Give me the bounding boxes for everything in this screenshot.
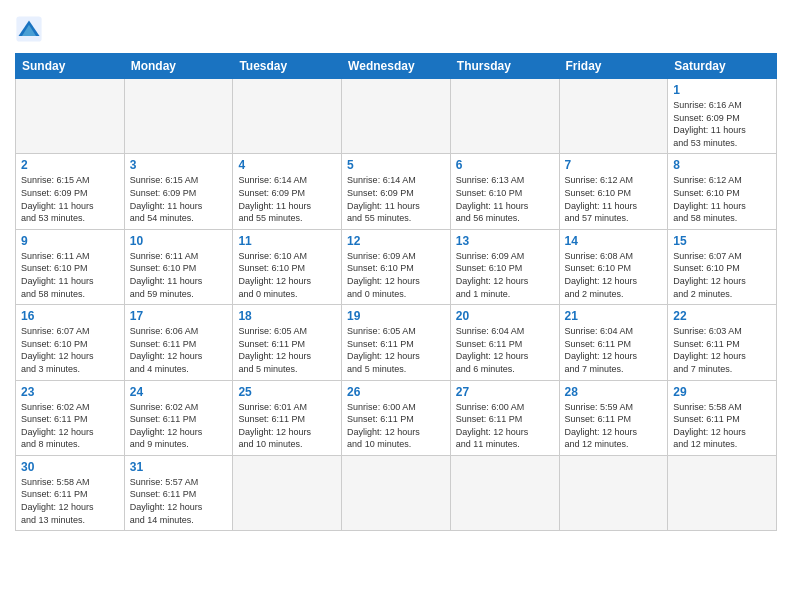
day-number: 7 (565, 158, 663, 172)
day-info: Sunrise: 6:09 AM Sunset: 6:10 PM Dayligh… (456, 250, 554, 300)
calendar-cell (124, 79, 233, 154)
calendar-cell: 18Sunrise: 6:05 AM Sunset: 6:11 PM Dayli… (233, 305, 342, 380)
day-number: 30 (21, 460, 119, 474)
day-number: 19 (347, 309, 445, 323)
day-info: Sunrise: 5:58 AM Sunset: 6:11 PM Dayligh… (21, 476, 119, 526)
day-info: Sunrise: 6:00 AM Sunset: 6:11 PM Dayligh… (347, 401, 445, 451)
day-number: 17 (130, 309, 228, 323)
day-number: 31 (130, 460, 228, 474)
calendar-cell: 3Sunrise: 6:15 AM Sunset: 6:09 PM Daylig… (124, 154, 233, 229)
day-number: 5 (347, 158, 445, 172)
calendar-cell: 11Sunrise: 6:10 AM Sunset: 6:10 PM Dayli… (233, 229, 342, 304)
day-info: Sunrise: 6:10 AM Sunset: 6:10 PM Dayligh… (238, 250, 336, 300)
calendar-day-header: Saturday (668, 54, 777, 79)
day-number: 15 (673, 234, 771, 248)
day-number: 13 (456, 234, 554, 248)
calendar-week-row: 16Sunrise: 6:07 AM Sunset: 6:10 PM Dayli… (16, 305, 777, 380)
calendar-cell: 14Sunrise: 6:08 AM Sunset: 6:10 PM Dayli… (559, 229, 668, 304)
day-info: Sunrise: 6:14 AM Sunset: 6:09 PM Dayligh… (347, 174, 445, 224)
calendar-day-header: Tuesday (233, 54, 342, 79)
calendar-cell: 17Sunrise: 6:06 AM Sunset: 6:11 PM Dayli… (124, 305, 233, 380)
calendar-cell: 24Sunrise: 6:02 AM Sunset: 6:11 PM Dayli… (124, 380, 233, 455)
day-info: Sunrise: 6:11 AM Sunset: 6:10 PM Dayligh… (130, 250, 228, 300)
calendar-week-row: 9Sunrise: 6:11 AM Sunset: 6:10 PM Daylig… (16, 229, 777, 304)
calendar-day-header: Thursday (450, 54, 559, 79)
day-info: Sunrise: 6:11 AM Sunset: 6:10 PM Dayligh… (21, 250, 119, 300)
calendar-cell: 26Sunrise: 6:00 AM Sunset: 6:11 PM Dayli… (342, 380, 451, 455)
day-number: 24 (130, 385, 228, 399)
calendar-week-row: 2Sunrise: 6:15 AM Sunset: 6:09 PM Daylig… (16, 154, 777, 229)
day-info: Sunrise: 6:14 AM Sunset: 6:09 PM Dayligh… (238, 174, 336, 224)
calendar-cell: 27Sunrise: 6:00 AM Sunset: 6:11 PM Dayli… (450, 380, 559, 455)
day-info: Sunrise: 6:15 AM Sunset: 6:09 PM Dayligh… (21, 174, 119, 224)
day-info: Sunrise: 6:16 AM Sunset: 6:09 PM Dayligh… (673, 99, 771, 149)
day-info: Sunrise: 6:04 AM Sunset: 6:11 PM Dayligh… (456, 325, 554, 375)
logo-icon (15, 15, 43, 43)
calendar-header-row: SundayMondayTuesdayWednesdayThursdayFrid… (16, 54, 777, 79)
day-info: Sunrise: 5:58 AM Sunset: 6:11 PM Dayligh… (673, 401, 771, 451)
calendar-week-row: 1Sunrise: 6:16 AM Sunset: 6:09 PM Daylig… (16, 79, 777, 154)
calendar-cell: 9Sunrise: 6:11 AM Sunset: 6:10 PM Daylig… (16, 229, 125, 304)
day-number: 2 (21, 158, 119, 172)
day-number: 26 (347, 385, 445, 399)
day-number: 29 (673, 385, 771, 399)
day-info: Sunrise: 6:09 AM Sunset: 6:10 PM Dayligh… (347, 250, 445, 300)
day-number: 4 (238, 158, 336, 172)
day-number: 28 (565, 385, 663, 399)
calendar-cell: 30Sunrise: 5:58 AM Sunset: 6:11 PM Dayli… (16, 455, 125, 530)
calendar-cell (342, 79, 451, 154)
calendar-cell: 1Sunrise: 6:16 AM Sunset: 6:09 PM Daylig… (668, 79, 777, 154)
calendar-cell: 22Sunrise: 6:03 AM Sunset: 6:11 PM Dayli… (668, 305, 777, 380)
day-info: Sunrise: 6:06 AM Sunset: 6:11 PM Dayligh… (130, 325, 228, 375)
calendar-cell: 23Sunrise: 6:02 AM Sunset: 6:11 PM Dayli… (16, 380, 125, 455)
day-info: Sunrise: 6:05 AM Sunset: 6:11 PM Dayligh… (347, 325, 445, 375)
day-number: 8 (673, 158, 771, 172)
day-info: Sunrise: 6:04 AM Sunset: 6:11 PM Dayligh… (565, 325, 663, 375)
day-info: Sunrise: 6:03 AM Sunset: 6:11 PM Dayligh… (673, 325, 771, 375)
header (15, 15, 777, 43)
calendar-table: SundayMondayTuesdayWednesdayThursdayFrid… (15, 53, 777, 531)
day-info: Sunrise: 6:05 AM Sunset: 6:11 PM Dayligh… (238, 325, 336, 375)
day-number: 10 (130, 234, 228, 248)
calendar-cell: 28Sunrise: 5:59 AM Sunset: 6:11 PM Dayli… (559, 380, 668, 455)
day-number: 14 (565, 234, 663, 248)
calendar-day-header: Sunday (16, 54, 125, 79)
calendar-day-header: Wednesday (342, 54, 451, 79)
day-info: Sunrise: 5:57 AM Sunset: 6:11 PM Dayligh… (130, 476, 228, 526)
calendar-cell (342, 455, 451, 530)
calendar-cell: 13Sunrise: 6:09 AM Sunset: 6:10 PM Dayli… (450, 229, 559, 304)
day-info: Sunrise: 6:12 AM Sunset: 6:10 PM Dayligh… (565, 174, 663, 224)
calendar-cell (450, 79, 559, 154)
calendar-cell: 10Sunrise: 6:11 AM Sunset: 6:10 PM Dayli… (124, 229, 233, 304)
calendar-day-header: Monday (124, 54, 233, 79)
day-number: 11 (238, 234, 336, 248)
day-number: 6 (456, 158, 554, 172)
calendar-cell: 8Sunrise: 6:12 AM Sunset: 6:10 PM Daylig… (668, 154, 777, 229)
logo (15, 15, 47, 43)
calendar-cell: 29Sunrise: 5:58 AM Sunset: 6:11 PM Dayli… (668, 380, 777, 455)
day-info: Sunrise: 6:07 AM Sunset: 6:10 PM Dayligh… (673, 250, 771, 300)
day-number: 22 (673, 309, 771, 323)
day-number: 1 (673, 83, 771, 97)
day-number: 20 (456, 309, 554, 323)
day-info: Sunrise: 6:15 AM Sunset: 6:09 PM Dayligh… (130, 174, 228, 224)
calendar-cell: 7Sunrise: 6:12 AM Sunset: 6:10 PM Daylig… (559, 154, 668, 229)
calendar-cell: 2Sunrise: 6:15 AM Sunset: 6:09 PM Daylig… (16, 154, 125, 229)
calendar-cell (559, 79, 668, 154)
calendar-cell (668, 455, 777, 530)
day-info: Sunrise: 6:08 AM Sunset: 6:10 PM Dayligh… (565, 250, 663, 300)
day-info: Sunrise: 6:13 AM Sunset: 6:10 PM Dayligh… (456, 174, 554, 224)
calendar-cell: 16Sunrise: 6:07 AM Sunset: 6:10 PM Dayli… (16, 305, 125, 380)
calendar-cell (233, 455, 342, 530)
day-number: 12 (347, 234, 445, 248)
calendar-cell: 12Sunrise: 6:09 AM Sunset: 6:10 PM Dayli… (342, 229, 451, 304)
calendar-week-row: 23Sunrise: 6:02 AM Sunset: 6:11 PM Dayli… (16, 380, 777, 455)
day-info: Sunrise: 5:59 AM Sunset: 6:11 PM Dayligh… (565, 401, 663, 451)
day-info: Sunrise: 6:07 AM Sunset: 6:10 PM Dayligh… (21, 325, 119, 375)
calendar-cell (16, 79, 125, 154)
day-number: 25 (238, 385, 336, 399)
calendar-cell: 20Sunrise: 6:04 AM Sunset: 6:11 PM Dayli… (450, 305, 559, 380)
day-number: 9 (21, 234, 119, 248)
day-number: 3 (130, 158, 228, 172)
calendar-cell: 15Sunrise: 6:07 AM Sunset: 6:10 PM Dayli… (668, 229, 777, 304)
